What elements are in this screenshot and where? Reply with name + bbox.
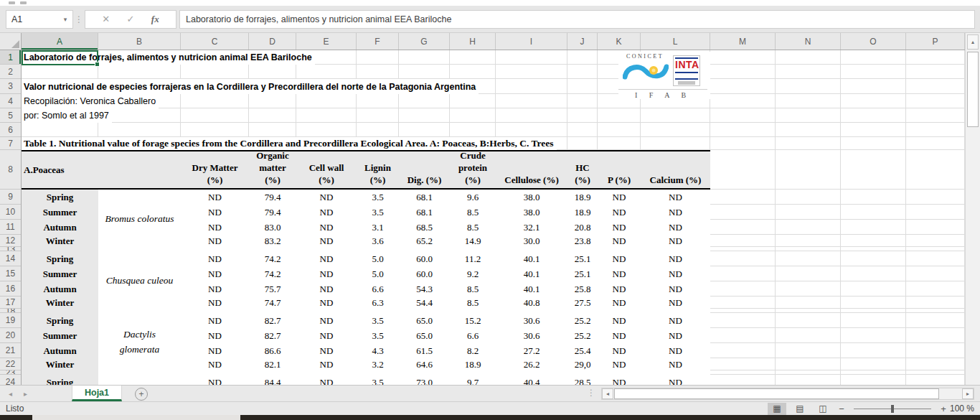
table-cell[interactable]: ND: [598, 328, 641, 343]
table-cell[interactable]: ND: [641, 281, 710, 297]
table-cell[interactable]: ND: [181, 235, 249, 247]
row-header-1[interactable]: 1: [0, 50, 21, 65]
table-cell-season[interactable]: Autumn: [22, 343, 98, 358]
table-cell[interactable]: 14.9: [450, 235, 496, 247]
table-cell[interactable]: 40.1: [496, 266, 567, 281]
table-cell[interactable]: ND: [296, 375, 357, 385]
table-cell[interactable]: 15.2: [450, 313, 496, 328]
table-cell[interactable]: 5.0: [357, 251, 399, 266]
table-cell[interactable]: 30.6: [496, 328, 567, 343]
table-cell-season[interactable]: Winter: [22, 235, 98, 247]
tab-nav-right-icon[interactable]: ▸: [24, 390, 27, 398]
table-cell[interactable]: 79.4: [249, 190, 296, 205]
row-header-9[interactable]: 9: [0, 190, 21, 205]
zoom-in-icon[interactable]: +: [938, 403, 948, 414]
row-header-24[interactable]: 24: [0, 375, 21, 385]
column-header-K[interactable]: K: [598, 33, 641, 50]
species-name[interactable]: Chusquea culeou: [98, 251, 181, 309]
table-cell[interactable]: 3.1: [357, 220, 399, 235]
table-cell[interactable]: 6.3: [357, 297, 399, 309]
table-header-cell[interactable]: Crude protein (%): [450, 151, 496, 188]
table-cell[interactable]: 8.5: [450, 220, 496, 235]
table-cell[interactable]: 65.2: [399, 235, 450, 247]
table-cell[interactable]: 84.4: [249, 375, 296, 385]
table-cell[interactable]: ND: [598, 220, 641, 235]
scroll-left-icon[interactable]: ◂: [602, 388, 613, 399]
table-cell[interactable]: ND: [598, 235, 641, 247]
column-header-D[interactable]: D: [249, 33, 296, 50]
table-cell[interactable]: ND: [296, 343, 357, 358]
table-header-cell[interactable]: Dry Matter (%): [181, 151, 249, 188]
table-cell-season[interactable]: Summer: [22, 328, 98, 343]
active-cell-selection[interactable]: [22, 50, 98, 65]
table-cell[interactable]: ND: [296, 190, 357, 205]
table-cell[interactable]: 29,0: [567, 358, 598, 370]
row-header-14[interactable]: 14: [0, 251, 21, 266]
table-cell[interactable]: 6.6: [450, 328, 496, 343]
table-cell[interactable]: ND: [296, 328, 357, 343]
table-cell[interactable]: ND: [641, 251, 710, 266]
table-cell-season[interactable]: Autumn: [22, 220, 98, 235]
table-cell[interactable]: 32.1: [496, 220, 567, 235]
table-cell[interactable]: 8.2: [450, 343, 496, 358]
table-cell[interactable]: ND: [181, 205, 249, 220]
table-cell[interactable]: 40.1: [496, 251, 567, 266]
table-cell[interactable]: 38.0: [496, 190, 567, 205]
row-header-6[interactable]: 6: [0, 123, 21, 137]
table-cell[interactable]: ND: [598, 313, 641, 328]
table-cell[interactable]: 79.4: [249, 205, 296, 220]
column-header-H[interactable]: H: [450, 33, 496, 50]
cell-a3[interactable]: Valor nutricional de especies forrajeras…: [22, 79, 479, 94]
table-cell[interactable]: ND: [641, 375, 710, 385]
table-cell[interactable]: 25.1: [567, 266, 598, 281]
row-header-4[interactable]: 4: [0, 94, 21, 108]
table-cell[interactable]: ND: [181, 343, 249, 358]
table-cell[interactable]: ND: [598, 251, 641, 266]
table-cell[interactable]: 68.1: [399, 205, 450, 220]
column-header-M[interactable]: M: [710, 33, 776, 50]
scroll-up-icon[interactable]: ▴: [967, 34, 979, 50]
table-cell[interactable]: 3.5: [357, 205, 399, 220]
table-cell[interactable]: 82.1: [249, 358, 296, 370]
table-header-cell[interactable]: Lignin (%): [357, 151, 399, 188]
tab-nav-left-icon[interactable]: ◂: [9, 390, 12, 398]
table-cell[interactable]: ND: [641, 343, 710, 358]
table-cell[interactable]: ND: [641, 266, 710, 281]
row-header-10[interactable]: 10: [0, 205, 21, 220]
table-header-cell[interactable]: Calcium (%): [641, 151, 710, 188]
column-header-N[interactable]: N: [776, 33, 841, 50]
table-cell[interactable]: ND: [641, 220, 710, 235]
table-cell[interactable]: ND: [641, 358, 710, 370]
species-name[interactable]: Dactylis glomerata: [98, 313, 181, 370]
table-cell[interactable]: ND: [296, 313, 357, 328]
table-cell[interactable]: 8.5: [450, 297, 496, 309]
table-cell[interactable]: 18.9: [450, 358, 496, 370]
table-cell-season[interactable]: Spring: [22, 375, 98, 385]
table-cell[interactable]: ND: [598, 358, 641, 370]
table-cell[interactable]: ND: [181, 358, 249, 370]
row-header-22[interactable]: 22: [0, 358, 21, 370]
table-cell[interactable]: 83.0: [249, 220, 296, 235]
table-cell[interactable]: 25.4: [567, 343, 598, 358]
table-cell[interactable]: ND: [181, 251, 249, 266]
cell-a5[interactable]: por: Somlo et al 1997: [22, 108, 112, 123]
table-cell-season[interactable]: Spring: [22, 251, 98, 266]
table-cell[interactable]: 83.2: [249, 235, 296, 247]
row-header-15[interactable]: 15: [0, 266, 21, 281]
table-cell[interactable]: ND: [598, 281, 641, 297]
column-header-L[interactable]: L: [641, 33, 710, 50]
table-cell[interactable]: 30.6: [496, 313, 567, 328]
table-cell[interactable]: 3.5: [357, 375, 399, 385]
table-cell[interactable]: ND: [181, 328, 249, 343]
row-header-5[interactable]: 5: [0, 108, 21, 123]
column-header-G[interactable]: G: [399, 33, 450, 50]
table-cell[interactable]: 60.0: [399, 251, 450, 266]
table-header-cell[interactable]: P (%): [598, 151, 641, 188]
table-cell[interactable]: ND: [641, 235, 710, 247]
table-cell[interactable]: 65.0: [399, 313, 450, 328]
table-cell[interactable]: 9.2: [450, 266, 496, 281]
table-cell[interactable]: 64.6: [399, 358, 450, 370]
table-cell[interactable]: 25.1: [567, 251, 598, 266]
table-cell-season[interactable]: Spring: [22, 313, 98, 328]
table-cell[interactable]: 3.5: [357, 313, 399, 328]
